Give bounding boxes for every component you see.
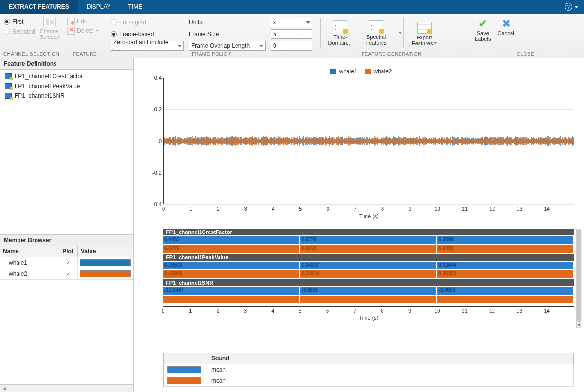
group-title: FEATURE GENERATION: [316, 52, 467, 57]
strips-x-axis: 01234567891011121314Time (s): [163, 306, 574, 320]
sound-row: moan: [164, 364, 574, 375]
radio-label: First: [12, 18, 23, 25]
plot-checkbox[interactable]: ✓: [58, 257, 78, 268]
feature-strip-row[interactable]: [163, 296, 574, 303]
feature-strip-group: FP1_channel1CrestFactor6.44535.67796.309…: [163, 229, 574, 253]
group-title: CHANNEL SELECTION: [0, 52, 63, 57]
x-axis-label: Time (s): [359, 214, 379, 219]
value-swatch: [80, 259, 131, 266]
feature-definition-item[interactable]: FP1_channel1PeakValue: [0, 81, 133, 91]
member-row[interactable]: whale1✓: [0, 257, 133, 268]
edit-icon: [67, 18, 75, 25]
export-icon: [417, 22, 432, 34]
time-domain-button[interactable]: Time- Domain…: [327, 20, 354, 48]
radio-icon: [4, 19, 10, 25]
member-row[interactable]: whale2✓: [0, 268, 133, 280]
feature-definitions-title: Feature Definitions: [0, 58, 133, 70]
radio-icon: [4, 29, 10, 35]
frame-size-label: Frame Size: [189, 31, 266, 37]
save-labels-button[interactable]: ✔ Save Labels: [475, 18, 491, 42]
feature-definition-item[interactable]: FP1_channel1SNR: [0, 91, 133, 101]
chevron-down-icon: [96, 30, 99, 32]
tab-extract-features[interactable]: EXTRACT FEATURES: [0, 0, 78, 14]
member-browser-title: Member Browser: [0, 235, 133, 246]
cancel-button[interactable]: ✖ Cancel: [497, 18, 514, 42]
value-swatch: [80, 270, 131, 277]
chevron-down-icon: [398, 32, 402, 34]
feature-strip-row[interactable]: 0.285030.242070.22644: [163, 262, 574, 269]
help-icon: ?: [565, 3, 572, 11]
spectral-features-button[interactable]: Spectral Features: [363, 20, 390, 48]
legend-swatch: [365, 69, 371, 74]
chevron-down-icon: [574, 6, 578, 8]
overlap-value-input[interactable]: 0: [271, 41, 312, 51]
time-domain-icon: [333, 20, 347, 33]
group-title: FRAME POLICY: [107, 52, 316, 57]
vertical-scrollbar[interactable]: ▲▼: [576, 229, 582, 328]
tab-display[interactable]: DISPLAY: [78, 0, 120, 14]
channel-selector-icon: [43, 17, 56, 27]
feature-strip-row[interactable]: 6.03766.69186.9491: [163, 245, 574, 253]
delete-button: Delete: [67, 27, 99, 35]
legend-swatch: [330, 69, 336, 74]
tab-bar: EXTRACT FEATURES DISPLAY TIME ?: [0, 0, 584, 14]
feature-strip-group: FP1_channel1PeakValue0.285030.242070.226…: [163, 254, 574, 278]
radio-first[interactable]: First: [4, 18, 35, 25]
feature-icon: [5, 93, 12, 99]
sound-legend-table: Sound moanmoan: [163, 353, 574, 387]
sound-table-header: Sound: [207, 353, 574, 364]
spectral-icon: [369, 20, 383, 33]
plot-checkbox[interactable]: ✓: [58, 268, 78, 279]
edit-button: Edit: [67, 18, 99, 25]
left-pane: Feature Definitions FP1_channel1CrestFac…: [0, 58, 134, 392]
feature-strip-row[interactable]: 0.159860.379140.26331: [163, 270, 574, 278]
feature-strip-row[interactable]: 6.44535.67796.3098: [163, 236, 574, 244]
sound-swatch: [167, 377, 201, 384]
col-header-value[interactable]: Value: [78, 246, 133, 257]
col-header-name[interactable]: Name: [0, 246, 58, 257]
ribbon: First Selected Channel Selector CHANNEL …: [0, 14, 584, 58]
delete-icon: [67, 27, 75, 35]
chevron-down-icon: [306, 21, 310, 24]
help-menu[interactable]: ?: [559, 0, 584, 14]
export-features-button[interactable]: Export Features: [409, 20, 439, 46]
check-icon: ✔: [478, 18, 487, 30]
feature-gallery: Time- Domain… Spectral Features: [320, 18, 404, 48]
channel-selector-button: Channel Selector: [40, 16, 60, 40]
right-pane: whale1 whale2 Time (s) -0.4-0.200.20.401…: [134, 58, 584, 392]
main-area: Feature Definitions FP1_channel1CrestFac…: [0, 58, 584, 392]
feature-strips[interactable]: FP1_channel1CrestFactor6.44535.67796.309…: [163, 229, 574, 320]
plot-legend: whale1 whale2: [148, 68, 574, 78]
radio-icon: [111, 19, 117, 25]
col-header-plot[interactable]: Plot: [58, 246, 78, 257]
feature-gallery-expand[interactable]: [396, 18, 403, 48]
units-label: Units:: [189, 19, 266, 26]
sound-swatch: [167, 366, 201, 373]
feature-definitions-list: FP1_channel1CrestFactorFP1_channel1PeakV…: [0, 70, 133, 235]
radio-full-signal: Full-signal: [111, 19, 184, 26]
group-title: CLOSE: [467, 52, 584, 57]
signal-plot[interactable]: whale1 whale2 Time (s) -0.4-0.200.20.401…: [148, 68, 574, 214]
feature-definition-item[interactable]: FP1_channel1CrestFactor: [0, 71, 133, 81]
units-select[interactable]: s: [271, 18, 312, 27]
overlap-mode-select[interactable]: Frame Overlap Length: [189, 41, 266, 51]
chevron-down-icon: [259, 45, 263, 47]
frame-size-input[interactable]: 5: [271, 29, 312, 39]
sound-row: moan: [164, 375, 574, 387]
radio-icon: [111, 31, 117, 37]
feature-icon: [5, 83, 12, 89]
chevron-down-icon: [178, 45, 182, 47]
horizontal-scrollbar[interactable]: ◄: [0, 384, 133, 392]
incomplete-frame-select[interactable]: Zero-pad and include i…: [111, 41, 184, 51]
tab-time[interactable]: TIME: [120, 0, 151, 14]
feature-icon: [5, 73, 12, 79]
radio-label: Selected: [12, 28, 35, 35]
radio-selected: Selected: [4, 28, 35, 35]
chevron-down-icon: [434, 42, 437, 44]
radio-frame-based[interactable]: Frame-based: [111, 31, 184, 37]
feature-strip-row[interactable]: -11.0487-3.8931-3.9653: [163, 287, 574, 295]
member-browser: Name Plot Value whale1✓whale2✓ ◄: [0, 246, 133, 392]
feature-strip-group: FP1_channel1SNR-11.0487-3.8931-3.9653: [163, 279, 574, 303]
cancel-icon: ✖: [502, 18, 511, 30]
group-title: FEATURE: [63, 52, 107, 57]
